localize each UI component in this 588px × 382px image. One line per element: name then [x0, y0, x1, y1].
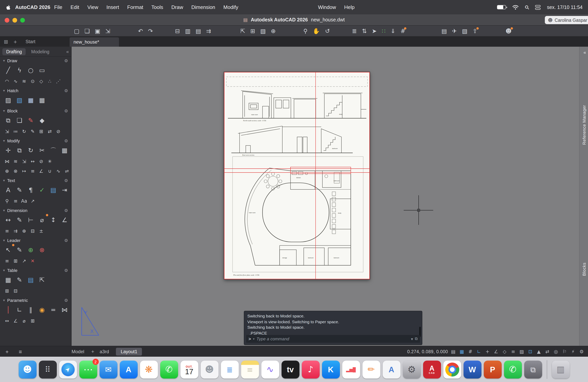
tool-insert-row[interactable]: ⊞: [3, 287, 11, 295]
lineweight-display-icon[interactable]: ≡: [510, 349, 516, 354]
plot-preview-icon[interactable]: ▥: [185, 28, 190, 34]
tool-continue-dimension[interactable]: ⇉: [12, 227, 20, 235]
tool-insert-block[interactable]: ⧉: [3, 116, 13, 126]
annotation-monitor-icon[interactable]: ⚐: [561, 349, 568, 354]
tool-erase[interactable]: ⊘: [37, 157, 45, 165]
tool-export-block[interactable]: ⇄: [46, 127, 54, 135]
tool-vertical-dimension[interactable]: ↕: [48, 215, 58, 225]
save-as-icon[interactable]: ⇲: [105, 28, 110, 34]
tool-radius-constraint[interactable]: ⌀: [20, 317, 28, 325]
tool-block-editor[interactable]: ✎: [26, 116, 36, 126]
tool-dimension-break[interactable]: ⊟: [29, 227, 37, 235]
dock-stats[interactable]: ▂▅█: [342, 361, 360, 379]
undo-icon[interactable]: ↶: [138, 28, 143, 34]
menu-help[interactable]: Help: [344, 4, 355, 10]
tool-break[interactable]: ⊗: [12, 167, 20, 175]
pan-icon[interactable]: ✋: [313, 28, 320, 34]
tool-explode[interactable]: ✳: [46, 157, 54, 165]
customization-icon[interactable]: ⚙: [578, 349, 585, 354]
section-collapse-icon[interactable]: ▾: [3, 139, 5, 143]
dock-freeform[interactable]: ∿: [261, 361, 279, 379]
polar-tracking-icon[interactable]: ∠: [493, 349, 499, 354]
tab-start[interactable]: Start: [25, 39, 35, 44]
dock-screen-sharing[interactable]: ⧉: [524, 361, 542, 379]
tool-parallel-constraint[interactable]: ∥: [26, 305, 36, 315]
tool-blend[interactable]: ∪: [46, 167, 54, 175]
section-settings-icon[interactable]: ⚙: [64, 298, 68, 303]
dock-photos[interactable]: ❋: [140, 361, 158, 379]
menu-draw[interactable]: Draw: [171, 4, 183, 10]
section-collapse-icon[interactable]: ▾: [3, 89, 5, 93]
spotlight-search-icon[interactable]: ⚲: [524, 3, 531, 11]
annotation-scale-icon[interactable]: ◎: [553, 349, 559, 354]
dock-mail[interactable]: ✉: [99, 361, 117, 379]
tool-solid-hatch[interactable]: ■: [26, 95, 36, 106]
dock-messages[interactable]: ⋯2: [79, 361, 97, 379]
tool-offset[interactable]: ≋: [12, 157, 20, 165]
control-center-icon[interactable]: [535, 5, 541, 10]
tool-angular-dimension[interactable]: ∠: [60, 215, 70, 225]
dock-system-settings[interactable]: ⚙: [403, 361, 420, 379]
tool-join[interactable]: ⊕: [3, 167, 11, 175]
tool-edit-attribute[interactable]: ✎: [29, 127, 37, 135]
layer-states-icon[interactable]: ⇅: [362, 28, 367, 34]
tool-paragraph-text[interactable]: ¶: [26, 185, 36, 195]
tool-edit-polyline[interactable]: ∿: [54, 167, 62, 175]
tool-export-pdf-text[interactable]: ↗: [29, 197, 37, 205]
object-snap-icon[interactable]: ◇: [501, 349, 508, 354]
tab-a3rd[interactable]: a3rd: [100, 349, 109, 354]
section-settings-icon[interactable]: ⚙: [64, 268, 68, 273]
pdf-import-icon[interactable]: ⇓: [391, 28, 396, 34]
tool-equal-constraint[interactable]: =: [48, 305, 58, 315]
dock-contacts[interactable]: ☻: [200, 361, 218, 379]
tab-modeling[interactable]: Modeling: [27, 48, 53, 55]
tab-layout1[interactable]: Layout1: [116, 348, 142, 355]
tool-fillet[interactable]: ⌒: [48, 146, 58, 156]
section-collapse-icon[interactable]: ▾: [3, 59, 5, 63]
dock-finder[interactable]: ☻: [19, 361, 36, 379]
tool-angular-constraint[interactable]: ∠: [12, 317, 20, 325]
tool-gradient-hatch[interactable]: ▧: [14, 95, 24, 106]
command-line-panel[interactable]: Switching back to Model space.Viewport i…: [244, 311, 422, 345]
tool-delete-row[interactable]: ⊟: [12, 287, 20, 295]
tool-edit-text[interactable]: ✎: [14, 185, 24, 195]
dock-safari[interactable]: ➤: [59, 361, 77, 379]
tool-point[interactable]: ∴: [46, 77, 54, 85]
tool-polyline[interactable]: ϟ: [14, 65, 24, 75]
tool-hatch-points[interactable]: ⋰: [54, 77, 62, 85]
render-gallery-icon[interactable]: ▧: [462, 28, 467, 34]
transparency-icon[interactable]: ▨: [518, 349, 525, 354]
tool-stretch[interactable]: ↔: [29, 157, 37, 165]
section-settings-icon[interactable]: ⚙: [64, 108, 68, 113]
tool-align[interactable]: ≡: [29, 167, 37, 175]
tab-reference-manager[interactable]: Reference Manager: [582, 105, 587, 145]
selection-cycling-icon[interactable]: ⊡: [527, 349, 534, 354]
image-attach-icon[interactable]: ▧: [260, 28, 266, 34]
tool-block-palette[interactable]: ◆: [37, 116, 47, 126]
tool-line[interactable]: ╱: [3, 65, 13, 75]
tool-multileader[interactable]: ↖: [3, 245, 13, 255]
tool-mirror[interactable]: ⋈: [3, 157, 11, 165]
plot-icon[interactable]: ⊟: [175, 28, 180, 34]
tool-arc[interactable]: ◠: [3, 77, 11, 85]
tool-array[interactable]: ▦: [60, 146, 70, 156]
tool-change-case[interactable]: Aa: [20, 197, 28, 205]
dock-chrome[interactable]: [443, 361, 461, 379]
tool-manage-blocks[interactable]: ⊞: [37, 127, 45, 135]
dock-autocad[interactable]: ACAD: [423, 361, 441, 379]
command-recent-dropdown-icon[interactable]: ▾: [411, 337, 413, 341]
tool-ellipse[interactable]: ⊙: [29, 77, 37, 85]
tool-radius-dimension[interactable]: ⌀: [37, 215, 47, 225]
sheet-set-manager-icon[interactable]: ▤: [441, 28, 447, 34]
dock-calendar[interactable]: OUT.17: [180, 361, 198, 379]
snap-mode-icon[interactable]: #: [467, 349, 474, 354]
apple-menu-icon[interactable]: [5, 4, 10, 10]
tab-blocks[interactable]: Blocks: [582, 263, 587, 276]
user-account-button[interactable]: ☻ Carolina Gaspar: [545, 16, 588, 24]
tool-edit-dimension[interactable]: ✎: [14, 215, 24, 225]
tab-active-document[interactable]: new_house*: [70, 37, 119, 47]
tool-linear-dimension[interactable]: ⊢: [26, 215, 36, 225]
tool-purge[interactable]: ⊘: [54, 127, 62, 135]
palette-collapse-icon[interactable]: «: [66, 49, 69, 54]
tool-mtext[interactable]: A: [3, 185, 13, 195]
